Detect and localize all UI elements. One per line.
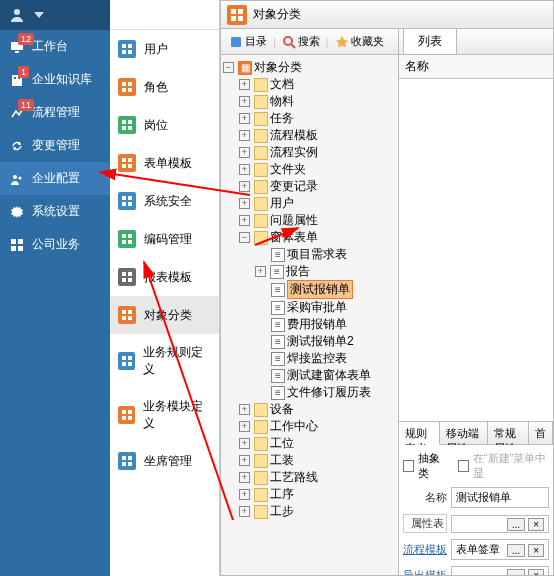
svg-rect-18: [128, 82, 132, 86]
name-field[interactable]: 测试报销单: [451, 487, 549, 508]
attrset-browse[interactable]: ...: [507, 518, 525, 531]
tree-node[interactable]: 用户: [223, 195, 396, 212]
tree-node[interactable]: 窗体表单: [223, 229, 396, 246]
attrset-field[interactable]: ... ×: [451, 515, 549, 533]
tree-label: 工作中心: [270, 418, 318, 435]
submenu-item[interactable]: 系统安全: [110, 182, 219, 220]
sidebar-label: 系统设置: [32, 203, 80, 220]
flowtpl-label[interactable]: 流程模板: [403, 542, 447, 557]
submenu-item[interactable]: 坐席管理: [110, 442, 219, 480]
toggle-icon[interactable]: [239, 472, 250, 483]
toggle-icon[interactable]: [239, 438, 250, 449]
abstract-checkbox[interactable]: [403, 460, 414, 472]
tree-node[interactable]: 流程模板: [223, 127, 396, 144]
tree-node[interactable]: ≡文件修订履历表: [223, 384, 396, 401]
tree[interactable]: ▦对象分类文档物料任务流程模板流程实例文件夹变更记录用户问题属性窗体表单≡项目需…: [221, 55, 398, 575]
sidebar-item-enterprise-config[interactable]: 企业配置: [0, 162, 110, 195]
tree-node[interactable]: ≡采购审批单: [223, 299, 396, 316]
toggle-icon[interactable]: [239, 404, 250, 415]
submenu-item[interactable]: 岗位: [110, 106, 219, 144]
tree-node[interactable]: 流程实例: [223, 144, 396, 161]
sidebar-item-workbench[interactable]: 12 工作台: [0, 30, 110, 63]
svg-rect-56: [128, 462, 132, 466]
attrset-clear[interactable]: ×: [528, 518, 544, 531]
toggle-icon[interactable]: [239, 79, 250, 90]
svg-rect-50: [128, 410, 132, 414]
submenu-item[interactable]: 对象分类: [110, 296, 219, 334]
submenu-item[interactable]: 报表模板: [110, 258, 219, 296]
tree-node[interactable]: 设备: [223, 401, 396, 418]
sidebar-item-business[interactable]: 公司业务: [0, 228, 110, 261]
submenu-item[interactable]: 角色: [110, 68, 219, 106]
tree-node[interactable]: 工位: [223, 435, 396, 452]
toggle-icon[interactable]: [239, 421, 250, 432]
tree-node[interactable]: 工步: [223, 503, 396, 520]
submenu-item[interactable]: 表单模板: [110, 144, 219, 182]
toggle-icon[interactable]: [239, 147, 250, 158]
sidebar-label: 变更管理: [32, 137, 80, 154]
tab-list[interactable]: 列表: [403, 28, 457, 54]
tab-general[interactable]: 常规属性: [488, 422, 529, 444]
exporttpl-browse[interactable]: ...: [507, 569, 525, 575]
tree-node[interactable]: 文档: [223, 76, 396, 93]
svg-rect-30: [128, 196, 132, 200]
tree-root[interactable]: ▦对象分类: [223, 59, 396, 76]
tree-node[interactable]: 变更记录: [223, 178, 396, 195]
catalog-button[interactable]: 目录: [225, 32, 271, 51]
toggle-icon[interactable]: [239, 96, 250, 107]
toggle-icon[interactable]: [223, 62, 234, 73]
toggle-icon[interactable]: [239, 232, 250, 243]
sidebar-item-kb[interactable]: 1 企业知识库: [0, 63, 110, 96]
sidebar-item-syssettings[interactable]: 系统设置: [0, 195, 110, 228]
exporttpl-field[interactable]: ... ×: [451, 566, 549, 575]
form-icon: ≡: [271, 283, 285, 297]
toggle-icon[interactable]: [239, 130, 250, 141]
tree-node[interactable]: 文件夹: [223, 161, 396, 178]
svg-rect-22: [128, 120, 132, 124]
exporttpl-label[interactable]: 导出模板: [403, 568, 447, 576]
toggle-icon[interactable]: [239, 113, 250, 124]
tree-node[interactable]: 问题属性: [223, 212, 396, 229]
toggle-icon[interactable]: [239, 506, 250, 517]
flowtpl-clear[interactable]: ×: [528, 544, 544, 557]
tree-node[interactable]: ≡项目需求表: [223, 246, 396, 263]
sidebar-item-change[interactable]: 变更管理: [0, 129, 110, 162]
tree-node[interactable]: 工作中心: [223, 418, 396, 435]
abstract-label: 抽象类: [418, 451, 448, 481]
tab-mobile[interactable]: 移动端属性: [440, 422, 488, 444]
toggle-icon[interactable]: [239, 215, 250, 226]
submenu-item[interactable]: 编码管理: [110, 220, 219, 258]
exporttpl-clear[interactable]: ×: [528, 569, 544, 575]
flowtpl-browse[interactable]: ...: [507, 544, 525, 557]
svg-rect-13: [122, 44, 126, 48]
form-icon: ≡: [270, 265, 284, 279]
submenu-item[interactable]: 用户: [110, 30, 219, 68]
toggle-icon[interactable]: [239, 164, 250, 175]
tree-node[interactable]: ≡测试建窗体表单: [223, 367, 396, 384]
tree-node[interactable]: 工装: [223, 452, 396, 469]
tree-node[interactable]: ≡报告: [223, 263, 396, 280]
tab-ruledef[interactable]: 规则定义: [399, 422, 440, 445]
tree-node[interactable]: 工序: [223, 486, 396, 503]
toggle-icon[interactable]: [255, 266, 266, 277]
submenu-item[interactable]: 业务模块定义: [110, 388, 219, 442]
tree-node[interactable]: 工艺路线: [223, 469, 396, 486]
tree-node[interactable]: 任务: [223, 110, 396, 127]
toggle-icon[interactable]: [239, 489, 250, 500]
submenu-item[interactable]: 业务规则定义: [110, 334, 219, 388]
submenu-icon: [118, 116, 136, 134]
tree-node[interactable]: 物料: [223, 93, 396, 110]
toggle-icon[interactable]: [239, 181, 250, 192]
toggle-icon[interactable]: [239, 455, 250, 466]
sidebar-item-process[interactable]: 11 流程管理: [0, 96, 110, 129]
tab-more[interactable]: 首: [529, 422, 553, 444]
toggle-icon[interactable]: [239, 198, 250, 209]
tree-node[interactable]: ≡测试报销单: [223, 280, 396, 299]
tree-node[interactable]: ≡焊接监控表: [223, 350, 396, 367]
chevron-down-icon[interactable]: [30, 6, 48, 24]
tree-node[interactable]: ≡测试报销单2: [223, 333, 396, 350]
search-button[interactable]: 搜索: [278, 32, 324, 51]
favorites-button[interactable]: 收藏夹: [331, 32, 388, 51]
flowtpl-field[interactable]: 表单签章 ... ×: [451, 539, 549, 560]
tree-node[interactable]: ≡费用报销单: [223, 316, 396, 333]
